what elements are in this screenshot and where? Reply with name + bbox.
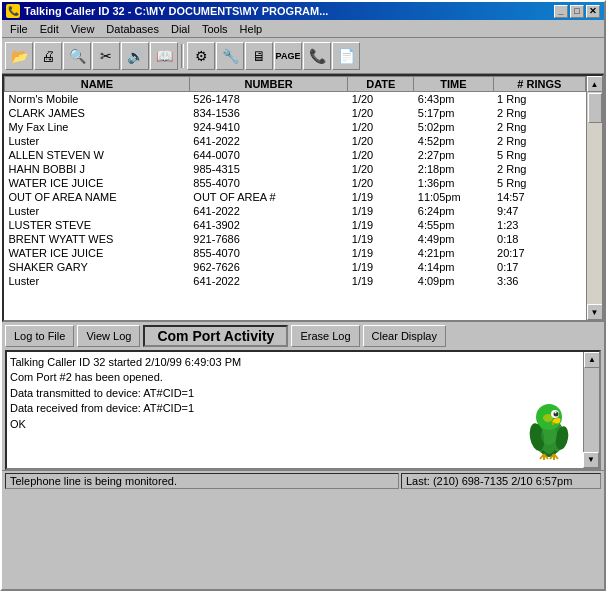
call-log-table-container: NAME NUMBER DATE TIME # RINGS Norm's Mob…: [2, 74, 604, 322]
table-row[interactable]: Norm's Mobile526-14781/206:43pm1 Rng: [5, 92, 586, 107]
toolbar-open[interactable]: 📂: [5, 42, 33, 70]
scroll-down-arrow[interactable]: ▼: [587, 304, 603, 320]
col-header-rings: # RINGS: [493, 77, 585, 92]
view-log-button[interactable]: View Log: [77, 325, 140, 347]
cell-number: 921-7686: [189, 232, 347, 246]
col-header-name: NAME: [5, 77, 190, 92]
toolbar-book[interactable]: 📖: [150, 42, 178, 70]
menu-help[interactable]: Help: [234, 22, 269, 36]
main-window: 📞 Talking Caller ID 32 - C:\MY DOCUMENTS…: [0, 0, 606, 591]
table-row[interactable]: CLARK JAMES834-15361/205:17pm2 Rng: [5, 106, 586, 120]
cell-time: 4:09pm: [414, 274, 493, 288]
cell-number: 641-2022: [189, 204, 347, 218]
log-to-file-button[interactable]: Log to File: [5, 325, 74, 347]
toolbar-phone[interactable]: 📞: [303, 42, 331, 70]
scroll-thumb[interactable]: [588, 93, 602, 123]
menu-databases[interactable]: Databases: [100, 22, 165, 36]
toolbar-page[interactable]: PAGE: [274, 42, 302, 70]
cell-number: 962-7626: [189, 260, 347, 274]
toolbar-cut[interactable]: ✂: [92, 42, 120, 70]
cell-name: WATER ICE JUICE: [5, 176, 190, 190]
close-button[interactable]: ✕: [586, 5, 600, 18]
svg-point-14: [543, 414, 553, 422]
menu-view[interactable]: View: [65, 22, 101, 36]
table-row[interactable]: SHAKER GARY962-76261/194:14pm0:17: [5, 260, 586, 274]
cell-rings: 2 Rng: [493, 134, 585, 148]
toolbar-tools2[interactable]: 🔧: [216, 42, 244, 70]
title-bar: 📞 Talking Caller ID 32 - C:\MY DOCUMENTS…: [2, 2, 604, 20]
table-row[interactable]: BRENT WYATT WES921-76861/194:49pm0:18: [5, 232, 586, 246]
toolbar-speaker[interactable]: 🔊: [121, 42, 149, 70]
cell-number: 924-9410: [189, 120, 347, 134]
table-row[interactable]: WATER ICE JUICE855-40701/201:36pm5 Rng: [5, 176, 586, 190]
toolbar: 📂 🖨 🔍 ✂ 🔊 📖 ⚙ 🔧 🖥 PAGE 📞 📄: [2, 38, 604, 74]
cell-number: 644-0070: [189, 148, 347, 162]
cell-date: 1/19: [348, 190, 414, 204]
cell-time: 2:27pm: [414, 148, 493, 162]
cell-name: SHAKER GARY: [5, 260, 190, 274]
toolbar-doc[interactable]: 📄: [332, 42, 360, 70]
toolbar-settings[interactable]: ⚙: [187, 42, 215, 70]
menu-file[interactable]: File: [4, 22, 34, 36]
cell-number: OUT OF AREA #: [189, 190, 347, 204]
log-line: Talking Caller ID 32 started 2/10/99 6:4…: [10, 355, 596, 370]
menu-dial[interactable]: Dial: [165, 22, 196, 36]
cell-rings: 2 Rng: [493, 120, 585, 134]
table-row[interactable]: WATER ICE JUICE855-40701/194:21pm20:17: [5, 246, 586, 260]
cell-time: 5:17pm: [414, 106, 493, 120]
cell-rings: 20:17: [493, 246, 585, 260]
cell-date: 1/20: [348, 106, 414, 120]
table-row[interactable]: Luster641-20221/196:24pm9:47: [5, 204, 586, 218]
cell-date: 1/19: [348, 246, 414, 260]
menu-edit[interactable]: Edit: [34, 22, 65, 36]
cell-date: 1/20: [348, 162, 414, 176]
cell-number: 526-1478: [189, 92, 347, 107]
cell-time: 2:18pm: [414, 162, 493, 176]
table-row[interactable]: HAHN BOBBI J985-43151/202:18pm2 Rng: [5, 162, 586, 176]
cell-name: BRENT WYATT WES: [5, 232, 190, 246]
cell-name: ALLEN STEVEN W: [5, 148, 190, 162]
table-row[interactable]: ALLEN STEVEN W644-00701/202:27pm5 Rng: [5, 148, 586, 162]
minimize-button[interactable]: _: [554, 5, 568, 18]
clear-display-button[interactable]: Clear Display: [363, 325, 446, 347]
table-row[interactable]: OUT OF AREA NAMEOUT OF AREA #1/1911:05pm…: [5, 190, 586, 204]
cell-name: Norm's Mobile: [5, 92, 190, 107]
toolbar-separator-1: [181, 44, 184, 68]
cell-number: 641-3902: [189, 218, 347, 232]
cell-name: WATER ICE JUICE: [5, 246, 190, 260]
erase-log-button[interactable]: Erase Log: [291, 325, 359, 347]
log-scroll-up[interactable]: ▲: [584, 352, 600, 368]
cell-date: 1/20: [348, 134, 414, 148]
table-row[interactable]: LUSTER STEVE641-39021/194:55pm1:23: [5, 218, 586, 232]
cell-number: 855-4070: [189, 246, 347, 260]
cell-time: 5:02pm: [414, 120, 493, 134]
toolbar-monitor[interactable]: 🖥: [245, 42, 273, 70]
cell-name: Luster: [5, 204, 190, 218]
scroll-up-arrow[interactable]: ▲: [587, 76, 603, 92]
cell-date: 1/20: [348, 148, 414, 162]
cell-date: 1/19: [348, 232, 414, 246]
cell-number: 985-4315: [189, 162, 347, 176]
toolbar-search[interactable]: 🔍: [63, 42, 91, 70]
cell-date: 1/19: [348, 260, 414, 274]
status-left: Telephone line is being monitored.: [5, 473, 399, 489]
cell-rings: 14:57: [493, 190, 585, 204]
cell-name: Luster: [5, 274, 190, 288]
log-line: Com Port #2 has been opened.: [10, 370, 596, 385]
com-port-activity-button[interactable]: Com Port Activity: [143, 325, 288, 347]
table-row[interactable]: Luster641-20221/204:52pm2 Rng: [5, 134, 586, 148]
table-row[interactable]: Luster641-20221/194:09pm3:36: [5, 274, 586, 288]
log-line: OK: [10, 417, 596, 432]
maximize-button[interactable]: □: [570, 5, 584, 18]
menu-tools[interactable]: Tools: [196, 22, 234, 36]
cell-time: 4:14pm: [414, 260, 493, 274]
bottom-toolbar: Log to File View Log Com Port Activity E…: [2, 322, 604, 350]
cell-rings: 3:36: [493, 274, 585, 288]
toolbar-print[interactable]: 🖨: [34, 42, 62, 70]
log-scroll-down[interactable]: ▼: [583, 452, 599, 468]
svg-point-13: [541, 425, 557, 445]
table-row[interactable]: My Fax Line924-94101/205:02pm2 Rng: [5, 120, 586, 134]
table-scrollbar[interactable]: ▲ ▼: [586, 76, 602, 320]
log-scrollbar[interactable]: ▲ ▼: [583, 352, 599, 468]
status-right: Last: (210) 698-7135 2/10 6:57pm: [401, 473, 601, 489]
